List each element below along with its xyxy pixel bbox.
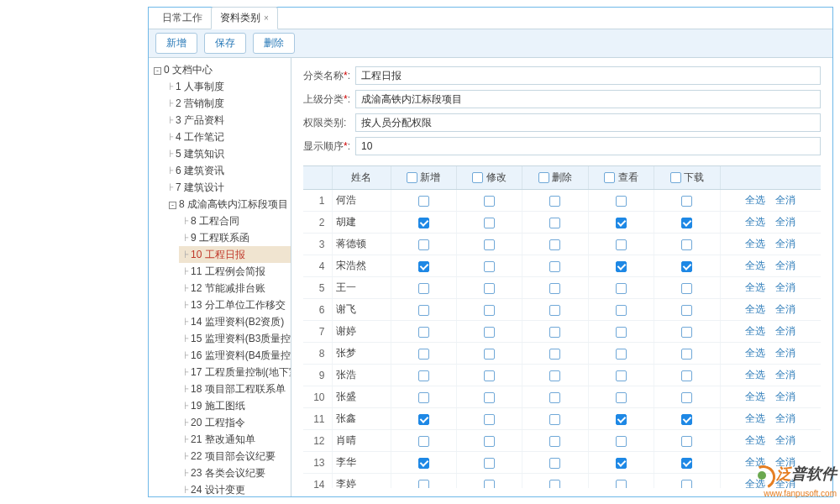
header-del-checkbox[interactable] — [538, 172, 549, 183]
edit-checkbox[interactable] — [484, 349, 495, 360]
del-checkbox[interactable] — [549, 283, 560, 294]
download-checkbox[interactable] — [681, 305, 692, 316]
add-checkbox[interactable] — [418, 239, 429, 250]
edit-checkbox[interactable] — [484, 283, 495, 294]
add-button[interactable]: 新增 — [155, 33, 197, 54]
tree-node-9[interactable]: ⊦9 工程联系函 — [179, 229, 291, 246]
view-checkbox[interactable] — [616, 261, 627, 272]
download-checkbox[interactable] — [681, 349, 692, 360]
download-checkbox[interactable] — [681, 261, 692, 272]
tree-node-19[interactable]: ⊦19 施工图纸 — [179, 397, 291, 414]
download-checkbox[interactable] — [681, 283, 692, 294]
view-checkbox[interactable] — [616, 327, 627, 338]
tree-node-5[interactable]: ⊦5 建筑知识 — [164, 145, 291, 162]
name-input[interactable] — [355, 66, 821, 85]
select-none-link[interactable]: 全消 — [775, 412, 795, 424]
tree-node-6[interactable]: ⊦6 建筑资讯 — [164, 162, 291, 179]
col-add[interactable]: 新增 — [391, 166, 456, 190]
tree-node-21[interactable]: ⊦21 整改通知单 — [179, 431, 291, 448]
del-checkbox[interactable] — [549, 327, 560, 338]
add-checkbox[interactable] — [418, 414, 429, 425]
tab-0[interactable]: 日常工作 — [154, 8, 211, 29]
category-tree[interactable]: -0 文档中心⊦1 人事制度⊦2 营销制度⊦3 产品资料⊦4 工作笔记⊦5 建筑… — [149, 58, 291, 496]
add-checkbox[interactable] — [418, 305, 429, 316]
del-checkbox[interactable] — [549, 196, 560, 207]
tree-node-14[interactable]: ⊦14 监理资料(B2资质) — [179, 313, 291, 330]
select-none-link[interactable]: 全消 — [775, 434, 795, 446]
edit-checkbox[interactable] — [484, 370, 495, 381]
download-checkbox[interactable] — [681, 392, 692, 403]
select-all-link[interactable]: 全选 — [745, 325, 765, 337]
col-download[interactable]: 下载 — [654, 166, 720, 190]
del-checkbox[interactable] — [549, 458, 560, 469]
del-checkbox[interactable] — [549, 414, 560, 425]
add-checkbox[interactable] — [418, 392, 429, 403]
del-checkbox[interactable] — [549, 392, 560, 403]
tree-node-24[interactable]: ⊦24 设计变更 — [179, 481, 291, 496]
view-checkbox[interactable] — [616, 370, 627, 381]
header-dl-checkbox[interactable] — [670, 172, 681, 183]
edit-checkbox[interactable] — [484, 218, 495, 228]
tree-node-11[interactable]: ⊦11 工程例会简报 — [179, 263, 291, 280]
add-checkbox[interactable] — [418, 480, 429, 488]
select-none-link[interactable]: 全消 — [775, 303, 795, 315]
add-checkbox[interactable] — [418, 327, 429, 338]
view-checkbox[interactable] — [616, 480, 627, 488]
edit-checkbox[interactable] — [484, 480, 495, 488]
select-all-link[interactable]: 全选 — [745, 194, 765, 206]
tree-root[interactable]: -0 文档中心 — [149, 61, 291, 78]
save-button[interactable]: 保存 — [204, 33, 246, 54]
view-checkbox[interactable] — [616, 436, 627, 447]
col-view[interactable]: 查看 — [588, 166, 654, 190]
tree-node-10[interactable]: ⊦10 工程日报 — [179, 246, 291, 263]
view-checkbox[interactable] — [616, 196, 627, 207]
add-checkbox[interactable] — [418, 218, 429, 228]
download-checkbox[interactable] — [681, 480, 692, 488]
select-all-link[interactable]: 全选 — [745, 391, 765, 402]
edit-checkbox[interactable] — [484, 458, 495, 469]
header-add-checkbox[interactable] — [407, 172, 417, 183]
select-all-link[interactable]: 全选 — [745, 303, 765, 315]
tree-node-18[interactable]: ⊦18 项目部工程联系单 — [179, 381, 291, 397]
tree-node-20[interactable]: ⊦20 工程指令 — [179, 414, 291, 431]
select-all-link[interactable]: 全选 — [745, 281, 765, 293]
tab-1[interactable]: 资料类别× — [211, 7, 278, 29]
parent-input[interactable] — [355, 90, 821, 108]
tree-node-3[interactable]: ⊦3 产品资料 — [164, 112, 291, 129]
view-checkbox[interactable] — [616, 305, 627, 316]
add-checkbox[interactable] — [418, 196, 429, 207]
tree-node-17[interactable]: ⊦17 工程质量控制(地下室) — [179, 364, 291, 381]
select-none-link[interactable]: 全消 — [775, 194, 795, 206]
add-checkbox[interactable] — [418, 436, 429, 447]
edit-checkbox[interactable] — [484, 436, 495, 447]
tree-node-16[interactable]: ⊦16 监理资料(B4质量控制) — [179, 347, 291, 364]
download-checkbox[interactable] — [681, 370, 692, 381]
select-all-link[interactable]: 全选 — [745, 238, 765, 249]
tree-node-4[interactable]: ⊦4 工作笔记 — [164, 129, 291, 145]
edit-checkbox[interactable] — [484, 392, 495, 403]
header-edit-checkbox[interactable] — [472, 172, 483, 183]
edit-checkbox[interactable] — [484, 196, 495, 207]
select-none-link[interactable]: 全消 — [775, 216, 795, 228]
select-none-link[interactable]: 全消 — [775, 391, 795, 402]
del-checkbox[interactable] — [549, 261, 560, 272]
select-all-link[interactable]: 全选 — [745, 369, 765, 381]
select-none-link[interactable]: 全消 — [775, 281, 795, 293]
select-all-link[interactable]: 全选 — [745, 347, 765, 359]
delete-button[interactable]: 删除 — [253, 33, 295, 54]
collapse-icon[interactable]: - — [169, 202, 176, 209]
download-checkbox[interactable] — [681, 239, 692, 250]
add-checkbox[interactable] — [418, 458, 429, 469]
del-checkbox[interactable] — [549, 239, 560, 250]
select-none-link[interactable]: 全消 — [775, 369, 795, 381]
download-checkbox[interactable] — [681, 327, 692, 338]
del-checkbox[interactable] — [549, 370, 560, 381]
add-checkbox[interactable] — [418, 370, 429, 381]
select-none-link[interactable]: 全消 — [775, 238, 795, 249]
edit-checkbox[interactable] — [484, 327, 495, 338]
edit-checkbox[interactable] — [484, 261, 495, 272]
view-checkbox[interactable] — [616, 239, 627, 250]
add-checkbox[interactable] — [418, 283, 429, 294]
del-checkbox[interactable] — [549, 349, 560, 360]
view-checkbox[interactable] — [616, 218, 627, 228]
